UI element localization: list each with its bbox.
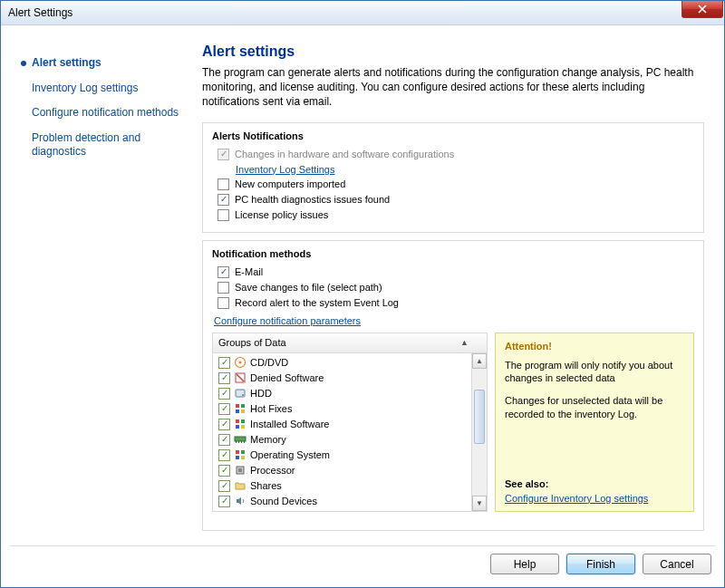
scroll-up-button[interactable]: ▲ [472,353,487,369]
list-item-label: HDD [250,388,272,399]
see-also-link[interactable]: Configure Inventory Log settings [505,493,684,504]
nav-alert-settings[interactable]: Alert settings [21,51,184,76]
svg-rect-21 [241,456,245,459]
svg-rect-11 [236,425,239,429]
svg-rect-18 [236,450,239,454]
svg-rect-6 [241,404,245,408]
svg-point-4 [242,394,244,396]
checkbox[interactable] [218,449,230,461]
bullet-icon [21,61,26,66]
list-item[interactable]: Memory [213,432,487,448]
sublink-row: Inventory Log Settings [212,162,694,177]
checkbox [218,149,229,160]
scroll-thumb[interactable] [474,390,485,444]
scrollbar[interactable]: ▲ ▼ [471,353,487,511]
list-item[interactable]: CD/DVD [213,355,487,371]
list-item-label: Memory [250,434,286,445]
checkbox[interactable] [218,465,230,477]
list-item-label: Shares [250,480,282,491]
svg-rect-13 [235,437,246,441]
chk-save-file[interactable]: Save changes to file (select path) [212,280,694,295]
checkbox[interactable] [218,372,230,384]
list-item[interactable]: Shares [213,478,487,494]
chk-email[interactable]: E-Mail [212,265,694,280]
nav-label: Configure notification methods [32,106,179,120]
checkbox[interactable] [218,496,230,507]
checkbox[interactable] [218,480,230,492]
sound-icon [234,495,246,507]
checkbox-label: License policy issues [235,209,328,220]
checkbox[interactable] [218,403,230,415]
titlebar[interactable]: Alert Settings [1,1,724,25]
chk-event-log[interactable]: Record alert to the system Event Log [212,295,694,311]
close-icon [698,5,707,14]
svg-rect-9 [236,419,239,423]
checkbox[interactable] [218,388,230,400]
checkbox[interactable] [218,297,229,309]
checkbox[interactable] [218,357,230,369]
chk-license-policy[interactable]: License policy issues [212,207,694,223]
svg-rect-7 [236,410,239,413]
sidebar: Alert settings Inventory Log settings Co… [10,34,191,538]
nav-label: Alert settings [32,56,102,71]
checkbox[interactable] [218,178,229,190]
checkbox[interactable] [218,266,229,278]
list-item[interactable]: Sound Devices [213,494,487,509]
svg-rect-23 [238,468,242,472]
list-item[interactable]: Processor [213,463,487,478]
inventory-log-settings-link[interactable]: Inventory Log Settings [236,164,334,175]
checkbox[interactable] [218,209,229,221]
data-list-body: CD/DVDDenied SoftwareHDDHot FixesInstall… [213,353,487,511]
svg-rect-14 [236,441,237,443]
attention-text-1: The program will only notify you about c… [505,359,684,386]
svg-point-1 [239,361,242,364]
list-item[interactable]: Installed Software [213,417,487,432]
help-button[interactable]: Help [490,554,559,574]
cancel-button[interactable]: Cancel [643,554,711,574]
header-label: Groups of Data [218,337,286,348]
chk-new-computers[interactable]: New computers imported [212,177,694,192]
svg-rect-10 [241,419,245,423]
sort-indicator-icon: ▲ [460,338,469,347]
checkbox-label: New computers imported [235,178,345,189]
list-item[interactable]: Hot Fixes [213,401,487,417]
finish-button[interactable]: Finish [566,554,635,574]
list-item[interactable]: Operating System [213,448,487,463]
checkbox-label: Changes in hardware and software configu… [235,149,454,159]
svg-rect-8 [241,410,245,413]
nav-label: Inventory Log settings [32,82,138,96]
data-list: Groups of Data ▲ CD/DVDDenied SoftwareHD… [212,333,488,512]
checkbox[interactable] [218,419,230,430]
checkbox[interactable] [218,194,229,206]
checkbox[interactable] [218,282,229,294]
nav-problem-detection[interactable]: Problem detection and diagnostics [21,126,184,165]
ram-icon [234,433,246,446]
page-title: Alert settings [202,43,704,60]
svg-rect-17 [244,441,245,443]
svg-rect-16 [241,441,242,443]
nav-label: Problem detection and diagnostics [32,131,184,159]
group-title: Alerts Notifications [212,130,694,141]
folder-icon [234,479,246,492]
scroll-down-button[interactable]: ▼ [472,496,487,511]
chk-pc-health[interactable]: PC health diagnostics issues found [212,192,694,207]
nav-inventory-log[interactable]: Inventory Log settings [21,76,184,101]
cpu-icon [234,464,246,477]
list-item[interactable]: HDD [213,386,487,401]
svg-rect-19 [241,450,245,454]
hdd-icon [234,387,246,400]
notification-methods-group: Notification methods E-Mail Save changes… [202,240,704,531]
list-item[interactable]: Denied Software [213,371,487,386]
configure-notification-link[interactable]: Configure notification parameters [214,315,361,326]
grid-icon [234,402,246,415]
checkbox[interactable] [218,434,230,446]
denied-icon [234,371,246,384]
list-item-label: Operating System [250,449,330,460]
close-button[interactable] [682,1,723,18]
svg-rect-15 [238,441,239,443]
data-list-header[interactable]: Groups of Data ▲ [213,333,487,353]
window: Alert Settings Alert settings Inventory … [0,0,725,588]
grid-icon [234,418,246,430]
nav-configure-notification[interactable]: Configure notification methods [21,101,184,126]
grid-icon [234,448,246,461]
